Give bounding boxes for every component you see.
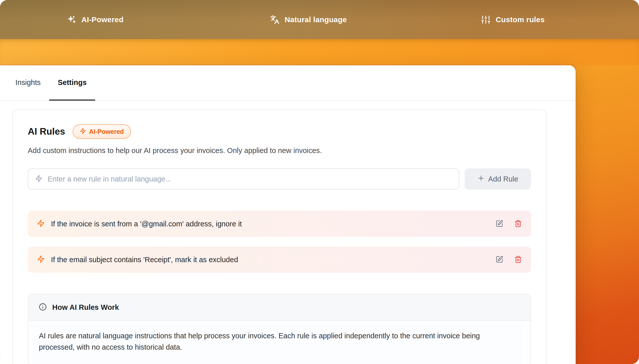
edit-icon xyxy=(496,220,503,228)
wallpaper-swoosh xyxy=(575,65,639,364)
info-body: AI rules are natural language instructio… xyxy=(28,321,523,364)
ai-rules-title: AI Rules xyxy=(28,126,65,137)
edit-icon xyxy=(496,256,503,264)
how-rules-work-box: How AI Rules Work AI rules are natural l… xyxy=(28,294,531,364)
sparkles-icon xyxy=(67,15,76,24)
badge-label: AI-Powered xyxy=(89,128,124,135)
sliders-icon xyxy=(481,15,491,24)
info-icon xyxy=(39,303,47,312)
feature-label: Custom rules xyxy=(496,15,545,24)
trash-icon xyxy=(514,256,522,264)
edit-rule-button[interactable] xyxy=(496,220,503,228)
card-header: AI Rules AI-Powered xyxy=(28,124,531,139)
add-rule-button[interactable]: Add Rule xyxy=(465,168,531,190)
translate-icon xyxy=(270,15,280,24)
trash-icon xyxy=(514,220,522,228)
feature-natural-language: Natural language xyxy=(270,0,347,39)
rule-text: If the invoice is sent from a '@gmail.co… xyxy=(51,220,242,228)
feature-label: Natural language xyxy=(285,15,347,24)
rule-row: If the email subject contains 'Receipt',… xyxy=(28,247,531,273)
rules-list: If the invoice is sent from a '@gmail.co… xyxy=(28,211,531,273)
top-banner: AI-Powered Natural language Custom rul xyxy=(0,0,639,39)
rule-row: If the invoice is sent from a '@gmail.co… xyxy=(28,211,531,237)
info-header: How AI Rules Work xyxy=(28,294,530,321)
new-rule-input-wrap xyxy=(28,168,459,190)
rule-actions xyxy=(496,220,522,228)
tab-settings[interactable]: Settings xyxy=(49,65,95,101)
card-description: Add custom instructions to help our AI p… xyxy=(28,146,531,155)
wallpaper-band xyxy=(0,39,639,65)
tab-insights[interactable]: Insights xyxy=(7,65,49,101)
feature-custom-rules: Custom rules xyxy=(481,0,545,39)
info-title: How AI Rules Work xyxy=(52,303,119,312)
add-rule-label: Add Rule xyxy=(488,175,518,183)
screen: AI-Powered Natural language Custom rul xyxy=(0,0,639,364)
rule-text: If the email subject contains 'Receipt',… xyxy=(51,256,238,264)
settings-content: AI Rules AI-Powered Add custom instructi… xyxy=(0,101,576,364)
delete-rule-button[interactable] xyxy=(514,220,522,228)
zap-icon xyxy=(80,128,86,136)
edit-rule-button[interactable] xyxy=(496,256,503,264)
new-rule-row: Add Rule xyxy=(28,168,531,190)
feature-ai-powered: AI-Powered xyxy=(67,0,123,39)
ai-rules-card: AI Rules AI-Powered Add custom instructi… xyxy=(12,110,547,364)
plus-icon xyxy=(477,174,485,184)
zap-icon xyxy=(37,255,45,264)
zap-icon xyxy=(37,219,45,228)
zap-icon xyxy=(35,175,43,183)
ai-powered-badge: AI-Powered xyxy=(73,124,131,139)
main-window: Insights Settings AI Rules AI-Powered xyxy=(0,65,576,364)
tab-bar: Insights Settings xyxy=(0,65,576,101)
new-rule-input[interactable] xyxy=(47,175,452,184)
delete-rule-button[interactable] xyxy=(514,256,522,264)
feature-label: AI-Powered xyxy=(81,15,123,24)
rule-actions xyxy=(496,256,522,264)
